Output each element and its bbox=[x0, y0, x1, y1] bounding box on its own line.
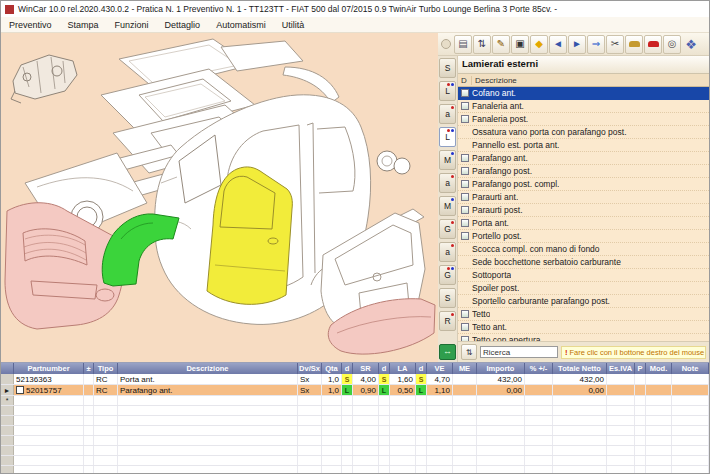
table-column-header[interactable]: ME bbox=[453, 363, 477, 374]
part-item[interactable]: Paraurti post. bbox=[458, 204, 709, 217]
table-row[interactable] bbox=[1, 436, 709, 446]
category-button-s-0[interactable]: S bbox=[439, 58, 456, 78]
parts-nav-button[interactable]: ↔ bbox=[439, 344, 456, 360]
table-column-header[interactable]: Partnumber bbox=[14, 363, 84, 374]
row-selector[interactable] bbox=[1, 374, 14, 384]
row-selector[interactable] bbox=[1, 456, 14, 465]
table-column-header[interactable]: Qta bbox=[322, 363, 342, 374]
category-button-a-5[interactable]: a bbox=[439, 173, 456, 193]
part-item[interactable]: Parafango post. bbox=[458, 165, 709, 178]
table-column-header[interactable]: LA bbox=[390, 363, 416, 374]
camera-icon[interactable]: ▣ bbox=[511, 35, 529, 54]
toolbar-grip-icon[interactable] bbox=[441, 39, 451, 49]
table-column-header[interactable]: d bbox=[416, 363, 427, 374]
menu-funzioni[interactable]: Funzioni bbox=[107, 20, 157, 30]
part-item[interactable]: Spoiler post. bbox=[458, 282, 709, 295]
row-selector[interactable] bbox=[1, 466, 14, 473]
table-column-header[interactable]: Descrizione bbox=[118, 363, 298, 374]
search-input[interactable] bbox=[480, 346, 558, 358]
sort-parts-icon[interactable]: ⇅ bbox=[461, 344, 477, 360]
table-column-header[interactable]: SR bbox=[353, 363, 379, 374]
table-row[interactable] bbox=[1, 456, 709, 466]
row-selector[interactable]: ► bbox=[1, 385, 14, 395]
row-selector[interactable] bbox=[1, 416, 14, 425]
part-item[interactable]: Fanaleria ant. bbox=[458, 100, 709, 113]
table-row[interactable] bbox=[1, 446, 709, 456]
category-button-r-11[interactable]: R bbox=[439, 311, 456, 331]
part-item[interactable]: Sede bocchettone serbatoio carburante bbox=[458, 256, 709, 269]
table-row[interactable] bbox=[1, 416, 709, 426]
car-red-icon[interactable] bbox=[644, 35, 662, 54]
menu-automatismi[interactable]: Automatismi bbox=[208, 20, 274, 30]
table-column-header[interactable]: % +/- bbox=[525, 363, 553, 374]
category-button-g-9[interactable]: G bbox=[439, 265, 456, 285]
diagram-canvas[interactable] bbox=[1, 33, 438, 362]
row-selector[interactable] bbox=[1, 436, 14, 445]
table-row[interactable] bbox=[1, 426, 709, 436]
part-item[interactable]: Tetto con apertura bbox=[458, 334, 709, 341]
menu-stampa[interactable]: Stampa bbox=[60, 20, 107, 30]
part-item[interactable]: Parafango post. compl. bbox=[458, 178, 709, 191]
part-item[interactable]: Scocca compl. con mano di fondo bbox=[458, 243, 709, 256]
category-button-a-2[interactable]: a bbox=[439, 104, 456, 124]
sort-icon[interactable]: ⇅ bbox=[473, 35, 491, 54]
row-selector[interactable] bbox=[1, 426, 14, 435]
table-cell bbox=[322, 426, 342, 435]
part-item[interactable]: Porta ant. bbox=[458, 217, 709, 230]
scissors-icon[interactable]: ✂ bbox=[606, 35, 624, 54]
table-column-header[interactable]: Totale Netto bbox=[553, 363, 607, 374]
office-button[interactable]: ❖ bbox=[682, 35, 700, 53]
speaker-right-icon[interactable]: ► bbox=[568, 35, 586, 54]
table-column-header[interactable]: VE bbox=[427, 363, 453, 374]
pencil-icon[interactable]: ✎ bbox=[492, 35, 510, 54]
speaker-left-icon[interactable]: ◄ bbox=[549, 35, 567, 54]
table-row[interactable]: * bbox=[1, 396, 709, 406]
export-icon[interactable]: ⇒ bbox=[587, 35, 605, 54]
table-column-header[interactable]: ± bbox=[84, 363, 94, 374]
part-item[interactable]: Fanaleria post. bbox=[458, 113, 709, 126]
part-item[interactable]: Pannello est. porta ant. bbox=[458, 139, 709, 152]
print-icon[interactable]: ▤ bbox=[454, 35, 472, 54]
part-item[interactable]: Sottoporta bbox=[458, 269, 709, 282]
table-column-header[interactable]: d bbox=[379, 363, 390, 374]
warning-diamond-icon[interactable]: ◆ bbox=[530, 35, 548, 54]
table-column-header[interactable]: Importo bbox=[477, 363, 525, 374]
category-button-m-4[interactable]: M bbox=[439, 150, 456, 170]
menu-preventivo[interactable]: Preventivo bbox=[1, 20, 60, 30]
window-title: WinCar 10.0 rel.2020.430.0.2 - Pratica N… bbox=[18, 4, 557, 14]
car-yellow-icon[interactable] bbox=[625, 35, 643, 54]
category-button-s-10[interactable]: S bbox=[439, 288, 456, 308]
row-checkbox[interactable] bbox=[16, 386, 24, 394]
table-column-header[interactable]: Note bbox=[672, 363, 709, 374]
part-item[interactable]: Tetto ant. bbox=[458, 321, 709, 334]
row-selector[interactable]: * bbox=[1, 396, 14, 405]
category-button-g-7[interactable]: G bbox=[439, 219, 456, 239]
front-door-highlighted[interactable] bbox=[207, 167, 292, 304]
table-column-header[interactable]: Dv/Sx bbox=[298, 363, 322, 374]
category-button-a-8[interactable]: a bbox=[439, 242, 456, 262]
table-row[interactable]: ►52015757RCParafango ant.Sx1,0L0,90L0,50… bbox=[1, 385, 709, 396]
part-item[interactable]: Cofano ant. bbox=[458, 87, 709, 100]
menu-dettaglio[interactable]: Dettaglio bbox=[157, 20, 209, 30]
magnifier-icon[interactable]: ◎ bbox=[663, 35, 681, 54]
row-selector[interactable] bbox=[1, 406, 14, 415]
part-item[interactable]: Paraurti ant. bbox=[458, 191, 709, 204]
part-item[interactable]: Tetto bbox=[458, 308, 709, 321]
table-column-header[interactable]: Es.IVA bbox=[607, 363, 635, 374]
table-column-header[interactable]: Mod. bbox=[646, 363, 672, 374]
table-column-header[interactable]: P bbox=[635, 363, 646, 374]
menu-utilità[interactable]: Utilità bbox=[274, 20, 313, 30]
table-row[interactable]: 52136363RCPorta ant.Sx1,0S4,00S1,60S4,70… bbox=[1, 374, 709, 385]
table-row[interactable] bbox=[1, 466, 709, 473]
part-item[interactable]: Sportello carburante parafango post. bbox=[458, 295, 709, 308]
part-item[interactable]: Portello post. bbox=[458, 230, 709, 243]
table-column-header[interactable]: Tipo bbox=[94, 363, 118, 374]
part-item[interactable]: Ossatura vano porta con parafango post. bbox=[458, 126, 709, 139]
table-column-header[interactable]: d bbox=[342, 363, 353, 374]
category-button-l-1[interactable]: L bbox=[439, 81, 456, 101]
category-button-l-3[interactable]: L bbox=[439, 127, 456, 147]
row-selector[interactable] bbox=[1, 446, 14, 455]
part-item[interactable]: Parafango ant. bbox=[458, 152, 709, 165]
table-row[interactable] bbox=[1, 406, 709, 416]
category-button-m-6[interactable]: M bbox=[439, 196, 456, 216]
